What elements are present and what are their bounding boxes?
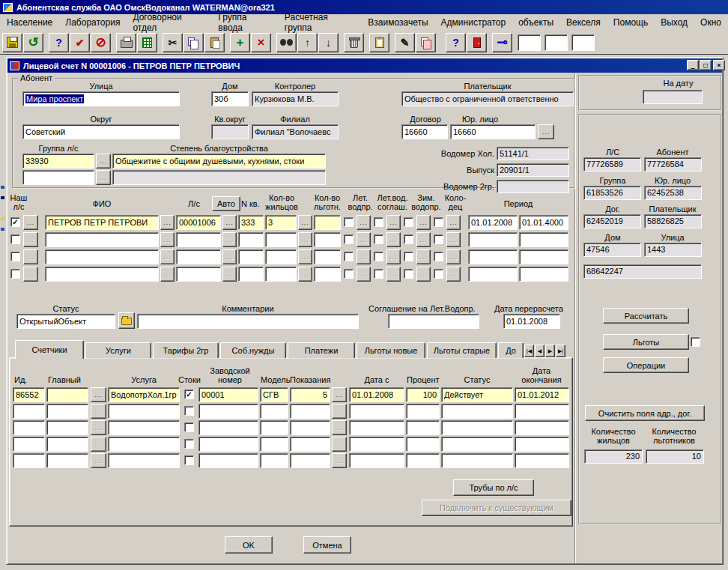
kolodets-checkbox[interactable]	[434, 234, 443, 244]
fio-field[interactable]	[45, 267, 159, 282]
delete-record-button[interactable]: ×	[251, 33, 271, 52]
counter-verify-field[interactable]: 01.01.2012	[515, 387, 569, 402]
status-field[interactable]: ОткрытыйОбъект	[16, 314, 115, 329]
let-vodpr-lookup-button[interactable]: ...	[357, 215, 371, 230]
connect-button[interactable]: ⊸	[492, 33, 512, 52]
lgoty-checkbox[interactable]	[691, 337, 700, 347]
gruppa-ls-lookup-button[interactable]: ...	[96, 154, 111, 169]
menu-item-okno[interactable]: Окно	[700, 17, 721, 28]
menu-item-pomosch[interactable]: Помощь	[613, 17, 648, 28]
maximize-button[interactable]: □	[700, 60, 712, 70]
row-lookup-button[interactable]: ...	[23, 267, 38, 282]
tab-sob-nuzhdy[interactable]: Соб.нужды	[220, 342, 286, 358]
save-button[interactable]	[2, 33, 22, 52]
period-from-field[interactable]: 01.01.2008	[468, 215, 518, 230]
counter-date-from-field[interactable]: 01.01.2008	[349, 387, 404, 402]
nash-ls-checkbox[interactable]	[10, 269, 20, 279]
fio-field[interactable]	[45, 232, 159, 247]
counter-model-field[interactable]	[260, 420, 288, 435]
kolodets-lookup-button[interactable]: ...	[446, 267, 461, 282]
menu-item-obekty[interactable]: объекты	[518, 17, 553, 28]
counter-status-field[interactable]	[441, 453, 513, 468]
zim-vodopr-checkbox[interactable]	[404, 252, 413, 261]
counter-readings-field[interactable]: 5	[290, 387, 330, 402]
tab-schetchiki[interactable]: Счетчики	[15, 340, 84, 359]
export-excel-button[interactable]	[137, 33, 157, 52]
counter-factory-field[interactable]	[198, 404, 258, 419]
stoki-checkbox[interactable]	[184, 422, 194, 432]
operations-button[interactable]: Операции	[603, 357, 689, 373]
counter-date-from-field[interactable]	[349, 404, 404, 419]
clear-address-button[interactable]: Очистить поля адр., дог.	[585, 405, 705, 421]
period-to-field[interactable]	[519, 249, 568, 264]
counter-main-field[interactable]	[46, 453, 88, 468]
counter-model-field[interactable]	[260, 453, 288, 468]
gruppa-ls-lookup-button-2[interactable]: ...	[96, 170, 111, 185]
nash-ls-checkbox[interactable]	[10, 234, 20, 244]
rollback-button[interactable]: ↺	[23, 33, 43, 52]
counter-readings-lookup-button[interactable]: ...	[332, 437, 347, 452]
kolodets-lookup-button[interactable]: ...	[446, 249, 461, 264]
counter-date-from-field[interactable]	[349, 437, 404, 452]
fio-field[interactable]	[45, 249, 159, 264]
menu-item-vyhod[interactable]: Выход	[661, 17, 688, 28]
edit-note-button[interactable]: ✎	[395, 33, 415, 52]
counter-date-from-field[interactable]	[349, 453, 404, 468]
zhiltsy-lookup-button[interactable]: ...	[298, 215, 312, 230]
stoki-checkbox[interactable]	[184, 455, 194, 465]
counter-verify-field[interactable]	[515, 404, 569, 419]
counter-verify-field[interactable]	[515, 453, 569, 468]
period-from-field[interactable]	[468, 232, 518, 247]
zhiltsy-field[interactable]: 3	[265, 215, 297, 230]
ls-lookup-button[interactable]: ...	[222, 249, 237, 264]
minimize-button[interactable]: _	[687, 60, 699, 70]
counter-status-field[interactable]	[441, 437, 513, 452]
counter-percent-field[interactable]	[406, 404, 440, 419]
counter-readings-field[interactable]	[290, 404, 330, 419]
counter-percent-field[interactable]	[406, 420, 440, 435]
counter-readings-lookup-button[interactable]: ...	[332, 453, 347, 468]
zim-vodopr-lookup-button[interactable]: ...	[416, 267, 431, 282]
counter-readings-lookup-button[interactable]: ...	[332, 387, 347, 402]
cancel-footer-button[interactable]: Отмена	[303, 536, 351, 554]
help-button[interactable]: ?	[446, 33, 466, 52]
lgotn-field[interactable]	[314, 267, 341, 282]
zim-vodopr-checkbox[interactable]	[404, 234, 413, 244]
counter-percent-field[interactable]: 100	[406, 387, 440, 402]
dogovor-field[interactable]: 16660	[401, 124, 448, 139]
tab-tarify-2gr[interactable]: Тарифы 2гр	[153, 342, 219, 358]
counter-model-field[interactable]	[260, 437, 288, 452]
previous-record-button[interactable]: ↑	[297, 33, 318, 52]
status-folder-button[interactable]	[118, 312, 135, 329]
kolodets-checkbox[interactable]	[434, 217, 443, 227]
stoki-checkbox[interactable]	[184, 406, 194, 416]
counter-readings-field[interactable]	[290, 437, 330, 452]
let-soglash-lookup-button[interactable]: ...	[386, 215, 401, 230]
zim-vodopr-lookup-button[interactable]: ...	[416, 232, 431, 247]
house-field[interactable]: 30б	[211, 91, 249, 106]
gruppa-ls-field[interactable]: 33930	[22, 154, 94, 169]
fio-lookup-button[interactable]: ...	[160, 267, 175, 282]
nkv-field[interactable]: 333	[238, 215, 264, 230]
period-to-field[interactable]	[519, 267, 568, 282]
ok-button[interactable]: OK	[225, 536, 273, 554]
kolodets-lookup-button[interactable]: ...	[446, 215, 461, 230]
zhiltsy-field[interactable]	[265, 232, 297, 247]
nash-ls-checkbox[interactable]: ✓	[10, 217, 20, 227]
counter-percent-field[interactable]	[406, 453, 440, 468]
na-datu-field[interactable]	[643, 90, 703, 104]
zim-vodopr-lookup-button[interactable]: ...	[416, 249, 431, 264]
lgotn-field[interactable]	[314, 232, 341, 247]
cancel-button[interactable]: ⊘	[91, 33, 111, 52]
let-vodpr-lookup-button[interactable]: ...	[357, 249, 371, 264]
counter-service-lookup-button[interactable]: ...	[91, 404, 106, 419]
zim-vodopr-checkbox[interactable]	[404, 217, 413, 227]
zim-vodopr-lookup-button[interactable]: ...	[416, 215, 431, 230]
period-from-field[interactable]	[468, 267, 518, 282]
counter-factory-field[interactable]	[198, 437, 258, 452]
zhiltsy-field[interactable]	[265, 249, 297, 264]
ls-field[interactable]	[176, 249, 221, 264]
tab-scroll-last-button[interactable]: ▶|	[556, 345, 565, 357]
auto-button[interactable]: Авто	[212, 196, 240, 211]
ls-lookup-button[interactable]: ...	[222, 215, 237, 230]
